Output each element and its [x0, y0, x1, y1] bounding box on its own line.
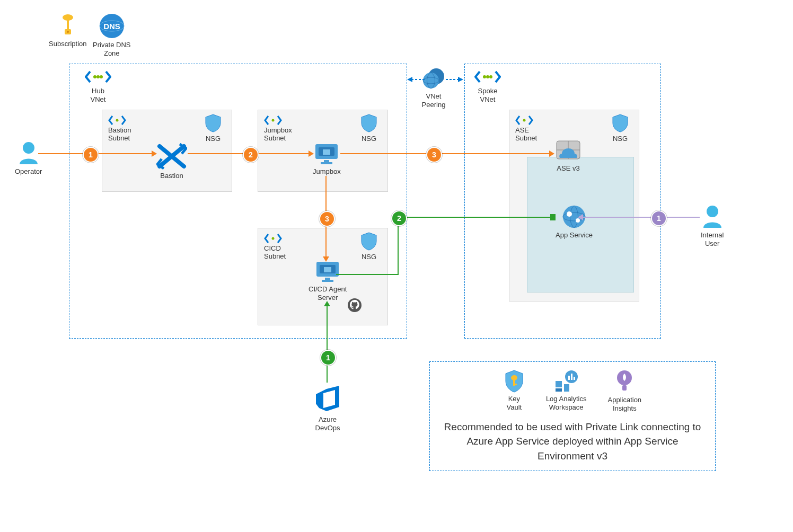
nsg-label: NSG	[362, 253, 376, 261]
svg-rect-14	[323, 149, 330, 155]
recommendation-box: Key Vault Log Analytics Workspace Applic…	[429, 361, 716, 471]
kv-label: Key Vault	[507, 395, 522, 412]
ai-label: Application Insights	[608, 396, 642, 413]
log-analytics-icon: Log Analytics Workspace	[546, 369, 587, 413]
private-dns-zone-icon: DNS Private DNS Zone	[93, 13, 131, 58]
app-service-icon: App Service	[556, 205, 593, 240]
svg-rect-1	[67, 20, 69, 30]
bastion-subnet-header: Bastion Subnet	[108, 114, 131, 142]
svg-point-10	[116, 119, 119, 122]
svg-point-32	[486, 75, 489, 78]
peering-arrows	[406, 74, 464, 85]
app-service-label: App Service	[556, 231, 593, 240]
step-1-orange: 1	[83, 147, 99, 163]
svg-point-7	[93, 75, 96, 78]
operator-label: Operator	[15, 167, 42, 176]
flow-cicd-h2	[398, 217, 551, 218]
svg-point-17	[272, 237, 275, 240]
svg-rect-49	[564, 384, 569, 392]
nsg-label: NSG	[362, 135, 376, 143]
jumpbox-subnet-header: Jumpbox Subnet	[264, 114, 292, 142]
ase-subnet-label: ASE Subnet	[515, 126, 537, 142]
svg-rect-48	[556, 388, 562, 392]
svg-marker-28	[407, 77, 412, 82]
step-1-green: 1	[320, 350, 336, 366]
subscription-label: Subscription	[49, 40, 87, 48]
step-3b-orange: 3	[319, 211, 335, 227]
svg-text:DNS: DNS	[103, 22, 120, 31]
step-2-green: 2	[391, 210, 407, 226]
svg-point-33	[489, 75, 492, 78]
svg-rect-52	[571, 374, 572, 380]
peering-label: VNet Peering	[422, 92, 446, 110]
ase-label: ASE v3	[557, 164, 579, 173]
pdz-label: Private DNS Zone	[93, 41, 131, 58]
svg-rect-22	[322, 280, 333, 282]
arrow	[549, 150, 554, 157]
operator-icon: Operator	[15, 141, 42, 176]
jumpbox-label: Jumpbox	[313, 167, 341, 176]
bastion-label: Bastion	[160, 172, 183, 180]
step-3a-orange: 3	[426, 147, 442, 163]
bastion-nsg: NSG	[205, 113, 222, 143]
arrow	[324, 301, 330, 306]
svg-point-3	[67, 31, 69, 33]
svg-point-43	[707, 206, 718, 217]
svg-rect-51	[568, 376, 570, 380]
arrow	[323, 256, 329, 262]
spoke-vnet-icon: Spoke VNet	[474, 69, 501, 104]
jumpbox-subnet-label: Jumpbox Subnet	[264, 126, 292, 142]
ase-icon: ASE v3	[556, 140, 581, 173]
hub-vnet-icon: Hub VNet	[85, 69, 111, 104]
svg-rect-21	[325, 278, 330, 280]
svg-rect-46	[513, 384, 517, 385]
nsg-label: NSG	[206, 135, 221, 143]
svg-point-31	[483, 75, 486, 78]
github-icon	[347, 298, 362, 313]
subscription-icon: Subscription	[49, 13, 87, 48]
ase-subnet-header: ASE Subnet	[515, 114, 537, 142]
keyvault-icon: Key Vault	[504, 369, 525, 413]
flow-cicd-h1	[336, 274, 399, 275]
svg-rect-15	[324, 160, 329, 162]
hub-vnet-label: Hub VNet	[91, 87, 106, 104]
flow-devops-cicd	[327, 305, 328, 383]
jumpbox-nsg: NSG	[360, 113, 377, 143]
cicd-subnet-label: CICD Subnet	[264, 244, 286, 260]
arrow	[309, 150, 314, 157]
svg-point-11	[272, 119, 275, 122]
flow-jumpbox-ase	[340, 153, 550, 154]
arrow	[578, 214, 583, 220]
cicd-subnet-header: CICD Subnet	[264, 233, 286, 260]
svg-marker-30	[458, 77, 463, 82]
flow-user-app	[582, 217, 700, 218]
svg-point-8	[96, 75, 100, 78]
bastion-subnet-label: Bastion Subnet	[108, 126, 131, 142]
arrow	[152, 150, 157, 157]
internal-user-label: Internal User	[701, 231, 724, 249]
spoke-vnet-label: Spoke VNet	[478, 87, 498, 104]
svg-point-40	[567, 211, 572, 217]
azure-devops-label: Azure DevOps	[315, 415, 340, 433]
step-2-orange: 2	[243, 147, 259, 163]
svg-rect-20	[324, 267, 331, 272]
step-1-purple: 1	[651, 210, 667, 226]
bastion-icon: Bastion	[156, 143, 187, 180]
cicd-agent-icon: CI/CD Agent Server	[309, 260, 347, 303]
svg-rect-16	[321, 162, 332, 164]
app-insights-icon: Application Insights	[608, 369, 642, 413]
flow-cicd-v	[398, 218, 399, 275]
svg-rect-53	[574, 377, 575, 380]
svg-rect-47	[556, 381, 562, 387]
cicd-label: CI/CD Agent Server	[309, 285, 347, 303]
law-label: Log Analytics Workspace	[546, 395, 587, 412]
svg-point-42	[23, 142, 34, 154]
arrow	[550, 214, 556, 220]
svg-point-34	[523, 119, 526, 122]
svg-rect-55	[622, 385, 627, 391]
internal-user-icon: Internal User	[701, 205, 724, 249]
azure-devops-icon: Azure DevOps	[312, 384, 343, 433]
recommendation-text: Recommended to be used with Private Link…	[443, 420, 702, 464]
ase-nsg: NSG	[612, 113, 629, 143]
nsg-label: NSG	[613, 135, 628, 143]
